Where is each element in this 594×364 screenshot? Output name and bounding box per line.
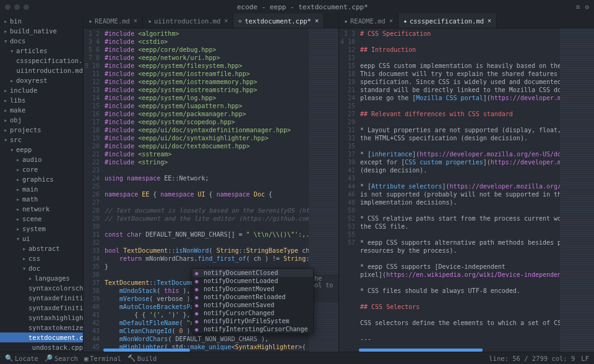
method-icon: ◉ bbox=[195, 326, 201, 332]
folder-item[interactable]: ▸scene bbox=[0, 214, 83, 224]
folder-item[interactable]: ▸obj bbox=[0, 115, 83, 125]
close-icon[interactable]: × bbox=[224, 17, 228, 24]
folder-item[interactable]: ▸network bbox=[0, 204, 83, 214]
file-item[interactable]: uiintroduction.md bbox=[0, 66, 83, 75]
close-icon[interactable]: × bbox=[389, 17, 393, 24]
file-icon: ⬥ bbox=[344, 17, 348, 24]
folder-item[interactable]: ▸audio bbox=[0, 154, 83, 164]
tab[interactable]: ⬥README.md× bbox=[84, 14, 143, 28]
window-controls bbox=[5, 4, 29, 10]
autocomplete-item[interactable]: ◉notifyCursorChanged bbox=[192, 309, 313, 317]
method-icon: ◉ bbox=[195, 310, 201, 316]
tab[interactable]: ⬥uiintroduction.md× bbox=[143, 14, 234, 28]
folder-item[interactable]: ▸include bbox=[0, 85, 83, 95]
hscroll-left[interactable] bbox=[103, 349, 190, 352]
file-icon: ⬥ bbox=[148, 17, 152, 24]
file-item[interactable]: syntaxcolorscheme. bbox=[0, 283, 83, 293]
gear-icon[interactable]: ⚙ bbox=[585, 3, 589, 11]
method-icon: ◉ bbox=[195, 270, 201, 276]
folder-item[interactable]: ▸css bbox=[0, 253, 83, 263]
status-build[interactable]: 🔨 Build bbox=[127, 354, 157, 362]
editor-split: ⬥README.md×⬥uiintroduction.md×⟐textdocum… bbox=[84, 14, 594, 352]
file-item[interactable]: cssspecification.md bbox=[0, 56, 83, 66]
close-window[interactable] bbox=[5, 4, 11, 10]
status-locate[interactable]: 🔍 Locate bbox=[5, 354, 38, 362]
autocomplete-item[interactable]: ◉notifyDocumentSaved bbox=[192, 301, 313, 309]
folder-item[interactable]: ▸build_native bbox=[0, 26, 83, 36]
close-icon[interactable]: × bbox=[134, 17, 137, 24]
method-icon: ◉ bbox=[195, 286, 201, 292]
folder-item[interactable]: ▸main bbox=[0, 184, 83, 194]
maximize-window[interactable] bbox=[24, 4, 29, 10]
autocomplete-popup[interactable]: ◉notifyDocumentClosed◉notifyDocumentLoad… bbox=[192, 268, 314, 334]
minimap-right[interactable] bbox=[560, 28, 594, 352]
folder-item[interactable]: ▸make bbox=[0, 105, 83, 115]
folder-item[interactable]: ▾docs bbox=[0, 36, 83, 46]
method-icon: ◉ bbox=[195, 294, 201, 300]
autocomplete-item[interactable]: ◉notifyDocumentClosed bbox=[192, 269, 313, 277]
editor-pane-right: ⬥README.md×⬥cssspecification.md× 1 3 4 1… bbox=[339, 14, 594, 352]
statusbar: 🔍 Locate 🔎 Search ▣ Terminal 🔨 Build lin… bbox=[0, 352, 594, 364]
window-title: ecode - eepp - textdocument.cpp* bbox=[237, 3, 368, 11]
file-tree[interactable]: ▸bin▸build_native▾docs▾articlescssspecif… bbox=[0, 14, 84, 352]
main-area: ▸bin▸build_native▾docs▾articlescssspecif… bbox=[0, 14, 594, 352]
folder-item[interactable]: ▸doxyrest bbox=[0, 75, 83, 85]
folder-item[interactable]: ▸projects bbox=[0, 125, 83, 135]
file-icon: ⬥ bbox=[88, 17, 92, 24]
method-icon: ◉ bbox=[195, 302, 201, 308]
close-icon[interactable]: × bbox=[488, 17, 491, 24]
file-item[interactable]: syntaxtokenizer.cp bbox=[0, 323, 83, 332]
status-eol[interactable]: LF bbox=[581, 355, 589, 362]
tab[interactable]: ⬥README.md× bbox=[339, 14, 398, 28]
tab[interactable]: ⟐textdocument.cpp*× bbox=[233, 14, 324, 28]
gutter-left: 1 2 3 4 5 6 7 8 9 10 11 12 13 14 15 16 1… bbox=[84, 28, 103, 352]
file-item[interactable]: syntaxdefinitionma bbox=[0, 303, 83, 313]
status-position[interactable]: line: 56 / 2799 col: 9 bbox=[489, 355, 575, 362]
tabbar-left[interactable]: ⬥README.md×⬥uiintroduction.md×⟐textdocum… bbox=[84, 14, 338, 28]
code-right[interactable]: # CSS Specification ## Introduction eepp… bbox=[359, 28, 560, 352]
folder-item[interactable]: ▸languages bbox=[0, 273, 83, 283]
code-area-left[interactable]: 1 2 3 4 5 6 7 8 9 10 11 12 13 14 15 16 1… bbox=[84, 28, 338, 352]
folder-item[interactable]: ▾articles bbox=[0, 46, 83, 56]
autocomplete-item[interactable]: ◉notifyDocumentReloaded bbox=[192, 293, 313, 301]
close-icon[interactable]: × bbox=[315, 17, 319, 24]
method-icon: ◉ bbox=[195, 318, 201, 324]
folder-item[interactable]: ▾eepp bbox=[0, 145, 83, 154]
folder-item[interactable]: ▸abstract bbox=[0, 243, 83, 253]
minimize-window[interactable] bbox=[14, 4, 20, 10]
autocomplete-item[interactable]: ◉notifyInterstingCursorChange bbox=[192, 325, 313, 333]
file-icon: ⟐ bbox=[238, 17, 242, 24]
gutter-right: 1 3 4 10 12 13 15 18 19 21 24 25 27 29 3… bbox=[339, 28, 359, 352]
folder-item[interactable]: ▾doc bbox=[0, 263, 83, 273]
tabbar-right[interactable]: ⬥README.md×⬥cssspecification.md× bbox=[339, 14, 594, 28]
titlebar: ecode - eepp - textdocument.cpp* ≡ ⚙ bbox=[0, 0, 594, 14]
folder-item[interactable]: ▸system bbox=[0, 224, 83, 234]
status-search[interactable]: 🔎 Search bbox=[45, 354, 78, 362]
editor-pane-left: ⬥README.md×⬥uiintroduction.md×⟐textdocum… bbox=[84, 14, 339, 352]
tab[interactable]: ⬥cssspecification.md× bbox=[398, 14, 497, 28]
autocomplete-item[interactable]: ◉notifyDocumentLoaded bbox=[192, 277, 313, 285]
folder-item[interactable]: ▸graphics bbox=[0, 174, 83, 184]
folder-item[interactable]: ▾src bbox=[0, 135, 83, 145]
hscroll-right[interactable] bbox=[359, 349, 483, 352]
autocomplete-item[interactable]: ◉notifyDirtyOnFileSystem bbox=[192, 317, 313, 325]
file-item[interactable]: syntaxdefinition.cp bbox=[0, 293, 83, 303]
status-terminal[interactable]: ▣ Terminal bbox=[84, 355, 121, 362]
file-item[interactable]: undostack.cpp bbox=[0, 342, 83, 352]
folder-item[interactable]: ▸bin bbox=[0, 16, 83, 26]
autocomplete-item[interactable]: ◉notifyDocumentMoved bbox=[192, 285, 313, 293]
code-area-right[interactable]: 1 3 4 10 12 13 15 18 19 21 24 25 27 29 3… bbox=[339, 28, 594, 352]
folder-item[interactable]: ▾ui bbox=[0, 234, 83, 243]
method-icon: ◉ bbox=[195, 278, 201, 284]
folder-item[interactable]: ▸core bbox=[0, 164, 83, 174]
folder-item[interactable]: ▸math bbox=[0, 194, 83, 204]
file-icon: ⬥ bbox=[403, 17, 407, 24]
file-item[interactable]: syntaxhighlighter.c bbox=[0, 313, 83, 323]
file-item[interactable]: textdocument.cpp bbox=[0, 332, 83, 342]
menu-icon[interactable]: ≡ bbox=[576, 3, 580, 11]
folder-item[interactable]: ▸libs bbox=[0, 95, 83, 105]
